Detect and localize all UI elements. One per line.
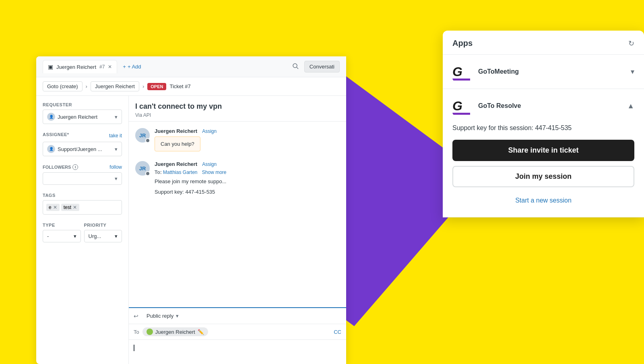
breadcrumb-user[interactable]: Juergen Reichert	[91, 81, 139, 91]
msg2-sender[interactable]: Juergen Reichert	[155, 161, 197, 167]
reply-area: ↩ Public reply ▾ To Juergen Reichert ✏️	[129, 307, 346, 364]
reply-input-area[interactable]	[129, 340, 346, 364]
tab-logo: ▣	[48, 64, 53, 70]
type-field: Type - ▾	[43, 223, 81, 242]
gotomeeting-logo: G	[452, 62, 472, 81]
gotomeeting-item: G GoToMeeting ▾	[443, 55, 644, 89]
breadcrumb-separator2: ›	[142, 83, 144, 89]
show-more-link[interactable]: Show more	[202, 170, 227, 175]
reply-back-icon[interactable]: ↩	[134, 313, 138, 319]
msg2-to: To: Matthias Garten Show more	[155, 170, 340, 175]
info-icon: i	[72, 164, 78, 170]
message-1: JR Juergen Reichert Assign Can you help?	[135, 128, 340, 151]
gotoresolve-toggle[interactable]: G GoTo Resolve ▲	[443, 89, 644, 123]
share-invite-button[interactable]: Share invite in ticket	[452, 140, 634, 161]
breadcrumb: Goto (create) › Juergen Reichert › OPEN …	[36, 77, 346, 96]
ticket-tabs-bar: ▣ Juergen Reichert #7 ✕ + + Add Conversa…	[36, 56, 346, 77]
apps-panel: Apps ↻ G GoToMeeting ▾ G GoTo Resolve	[443, 31, 644, 217]
followers-text: Followers	[43, 165, 71, 170]
type-priority-row: Type - ▾ Priority Urg... ▾	[43, 223, 122, 242]
assignee-chevron-icon: ▾	[115, 146, 118, 152]
tag-e-label: e	[49, 205, 52, 210]
recipient-tag[interactable]: Juergen Reichert ✏️	[142, 327, 208, 336]
type-label: Type	[43, 223, 81, 228]
recipient-name: Juergen Reichert	[155, 329, 195, 335]
gotomeeting-logo-bar	[452, 79, 470, 81]
to-label: To	[134, 329, 139, 335]
cc-button[interactable]: CC	[334, 329, 341, 335]
msg2-content: Juergen Reichert Assign To: Matthias Gar…	[155, 161, 340, 196]
conversations-button[interactable]: Conversati	[304, 61, 340, 72]
priority-chevron-icon: ▾	[115, 233, 118, 239]
msg1-bubble: Can you help?	[155, 136, 200, 151]
add-tab-label: + Add	[128, 64, 141, 70]
gotoresolve-section: Support key for this session: 447-415-53…	[443, 123, 644, 217]
msg1-status-dot	[145, 138, 150, 143]
requester-name: Juergen Reichert	[58, 114, 97, 120]
take-it-link[interactable]: take it	[109, 133, 122, 139]
add-tab-button[interactable]: + + Add	[119, 61, 145, 72]
ticket-content: Requester 👤 Juergen Reichert ▾ Assignee*…	[36, 96, 346, 364]
ticket-sidebar: Requester 👤 Juergen Reichert ▾ Assignee*…	[36, 96, 129, 364]
active-ticket-tab[interactable]: ▣ Juergen Reichert #7 ✕	[43, 60, 117, 73]
assignee-field-group: Assignee* take it 👤 Support/Juergen ... …	[43, 132, 122, 156]
reply-type-button[interactable]: Public reply ▾	[143, 311, 182, 321]
requester-label: Requester	[43, 102, 122, 107]
tag-test-remove[interactable]: ✕	[73, 205, 77, 210]
subject-via: Via API	[135, 112, 340, 118]
assignee-dropdown[interactable]: 👤 Support/Juergen ... ▾	[43, 142, 122, 156]
priority-dropdown[interactable]: Urg... ▾	[84, 230, 122, 242]
priority-field: Priority Urg... ▾	[84, 223, 122, 242]
gotomeeting-g-letter: G	[452, 64, 462, 79]
reply-to-area: To Juergen Reichert ✏️ CC	[129, 324, 346, 340]
msg2-status-dot	[145, 171, 150, 176]
status-badge: OPEN	[147, 83, 166, 90]
msg1-content: Juergen Reichert Assign Can you help?	[155, 128, 340, 151]
priority-value: Urg...	[89, 233, 101, 239]
close-tab-button[interactable]: ✕	[108, 64, 112, 70]
gotomeeting-chevron-icon: ▾	[631, 67, 634, 76]
msg2-assign[interactable]: Assign	[202, 161, 217, 167]
gotomeeting-toggle[interactable]: G GoToMeeting ▾	[443, 55, 644, 89]
join-session-button[interactable]: Join my session	[452, 166, 634, 187]
svg-line-11	[297, 67, 298, 69]
follow-link[interactable]: follow	[109, 164, 122, 170]
type-chevron-icon: ▾	[74, 233, 76, 239]
type-dropdown[interactable]: - ▾	[43, 230, 81, 242]
new-session-button[interactable]: Start a new session	[452, 194, 634, 207]
tags-input[interactable]: e ✕ test ✕	[43, 200, 122, 215]
gotoresolve-item: G GoTo Resolve ▲ Support key for this se…	[443, 89, 644, 217]
assignee-name: Support/Juergen ...	[58, 146, 102, 152]
requester-dropdown[interactable]: 👤 Juergen Reichert ▾	[43, 110, 122, 124]
followers-row: Followers i follow	[43, 164, 122, 170]
gotoresolve-g-letter: G	[452, 99, 462, 113]
ticket-subject: I can't connect to my vpn Via API	[129, 96, 346, 122]
breadcrumb-goto[interactable]: Goto (create)	[43, 81, 83, 91]
conversation-area: I can't connect to my vpn Via API JR Jue…	[129, 96, 346, 364]
message-2: JR Juergen Reichert Assign To: Matthias …	[135, 161, 340, 196]
reply-type-label: Public reply	[147, 313, 173, 319]
tag-test-label: test	[64, 205, 71, 210]
followers-dropdown[interactable]: ▾	[43, 172, 122, 185]
refresh-button[interactable]: ↻	[628, 39, 634, 48]
priority-label: Priority	[84, 223, 122, 228]
edit-recipient-icon[interactable]: ✏️	[198, 329, 204, 335]
msg1-avatar: JR	[135, 128, 150, 143]
msg1-sender[interactable]: Juergen Reichert	[155, 128, 197, 134]
msg1-assign[interactable]: Assign	[202, 128, 217, 134]
msg2-text2: Support key: 447-415-535	[155, 188, 340, 196]
subject-title: I can't connect to my vpn	[135, 102, 340, 111]
msg2-avatar: JR	[135, 161, 150, 176]
assignee-avatar: 👤	[47, 145, 55, 153]
msg2-text1: Please join my remote suppo...	[155, 178, 340, 186]
tab-number: #7	[99, 64, 105, 70]
messages-area: JR Juergen Reichert Assign Can you help?	[129, 122, 346, 307]
tag-e-remove[interactable]: ✕	[53, 205, 57, 210]
followers-label: Followers i	[43, 164, 78, 170]
search-button[interactable]	[290, 60, 301, 73]
tags-label: Tags	[43, 193, 122, 198]
msg2-to-name[interactable]: Matthias Garten	[163, 170, 197, 175]
followers-chevron-icon: ▾	[115, 176, 118, 182]
apps-panel-title: Apps	[452, 39, 473, 48]
type-value: -	[47, 233, 49, 239]
